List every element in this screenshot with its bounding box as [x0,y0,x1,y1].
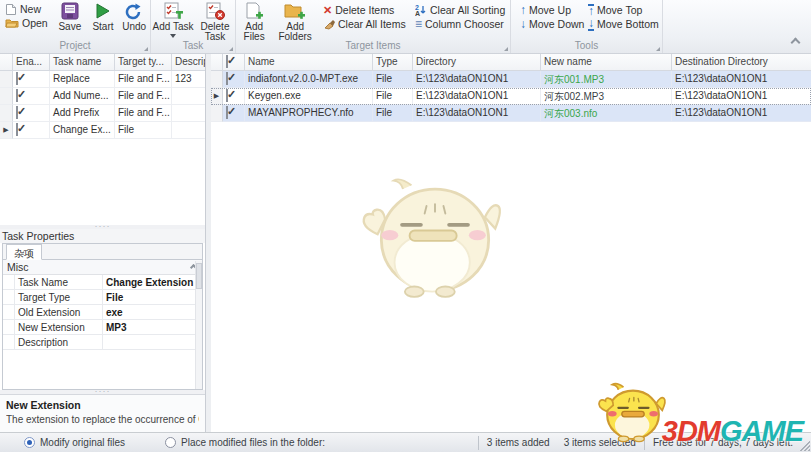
tab-misc[interactable]: 杂项 [6,244,42,260]
target-row-focused[interactable]: ▶ Keygen.exe File E:\123\dataON1ON1 河东00… [211,88,811,105]
property-row[interactable]: New Extension MP3 [3,320,202,335]
target-row[interactable]: MAYANPROPHECY.nfo File E:\123\dataON1ON1… [211,105,811,122]
help-title: New Extension [6,399,199,411]
radio-selected-icon[interactable] [24,437,35,448]
status-bar: Modify original files Place modified fil… [0,432,811,452]
items-selected-status: 3 items selected [564,437,636,448]
task-properties-panel: 杂项 Misc Task Name Change Extension Targe… [2,243,203,390]
header-indicator [0,54,13,71]
property-row[interactable]: Description [3,335,202,350]
dialog-launcher-icon[interactable] [144,47,148,51]
task-enabled-checkbox[interactable] [16,106,18,119]
clear-all-items-label: Clear All Items [338,18,406,30]
delete-task-icon [205,2,225,20]
header-enabled[interactable]: Ena... [13,54,50,71]
modify-original-radio[interactable]: Modify original files [24,437,125,448]
property-row[interactable]: Task Name Change Extension [3,275,202,290]
dialog-launcher-icon[interactable] [656,47,660,51]
item-checkbox[interactable] [226,106,228,119]
clear-all-items-button[interactable]: Clear All Items [320,17,408,31]
delete-items-button[interactable]: ✕ Delete Items [320,3,408,17]
task-group-label: Task [151,40,235,52]
start-button[interactable]: Start [88,1,119,45]
place-modified-radio[interactable]: Place modified files in the folder: [165,437,325,448]
column-chooser-button[interactable]: ≡ Column Chooser [412,17,508,31]
move-top-icon: ↑ [588,4,594,17]
save-button[interactable]: Save [52,1,88,45]
new-name-cell: 河东001.MP3 [541,71,672,88]
header-new-name[interactable]: New name [541,54,672,71]
move-down-button[interactable]: ↓ Move Down [517,17,581,31]
open-button[interactable]: Open [2,16,50,30]
task-row[interactable]: Replace File and F... 123 [0,71,205,88]
move-bottom-icon: ↓ [588,18,594,31]
select-all-checkbox[interactable] [226,55,228,68]
move-up-button[interactable]: ↑ Move Up [517,3,581,17]
header-indicator [211,54,223,71]
dialog-launcher-icon[interactable] [229,47,233,51]
property-row[interactable]: Old Extension exe [3,305,202,320]
property-row[interactable]: Target Type File [3,290,202,305]
ribbon-group-project: New Open Save Start [0,0,151,53]
radio-unselected-icon[interactable] [165,437,176,448]
property-help-box: New Extension The extension to replace t… [0,394,205,432]
target-items-group-label: Target Items [236,40,510,52]
undo-label: Undo [122,22,146,32]
add-folders-button[interactable]: Add Folders [272,1,318,45]
header-type[interactable]: Type [373,54,413,71]
delete-task-button[interactable]: Delete Task [195,1,235,45]
dropdown-arrow-icon [170,34,176,38]
move-down-label: Move Down [529,18,584,30]
new-button[interactable]: New [2,2,50,16]
undo-icon [125,2,143,20]
resize-grip[interactable] [800,441,810,451]
trial-status: Free use for 7 days, 7 days left. [653,437,793,448]
task-enabled-checkbox[interactable] [16,72,18,85]
header-name[interactable]: Name [245,54,373,71]
task-enabled-checkbox[interactable] [16,123,18,136]
task-row[interactable]: Add Prefix File and F... [0,105,205,122]
move-top-label: Move Top [597,4,642,16]
start-play-icon [94,2,111,20]
item-checkbox[interactable] [226,89,228,102]
move-top-button[interactable]: ↑ Move Top [585,3,661,17]
ribbon-group-task: Add Task Delete Task Task [151,0,236,53]
collapse-ribbon-button[interactable] [789,37,801,47]
properties-scrollbar[interactable] [195,261,202,389]
add-files-button[interactable]: Add Files [236,1,272,45]
target-grid-header: Name Type Directory New name Destination… [211,54,811,71]
new-name-cell: 河东003.nfo [541,105,672,122]
ribbon-group-target-items: Add Files Add Folders ✕ Delete Items Cle… [236,0,511,53]
dialog-launcher-icon[interactable] [504,47,508,51]
new-name-cell: 河东002.MP3 [541,88,672,105]
save-icon [61,2,79,20]
status-separator [478,436,479,450]
move-bottom-button[interactable]: ↓ Move Bottom [585,17,661,31]
header-directory[interactable]: Directory [413,54,541,71]
clear-all-sorting-button[interactable]: 2A Clear All Sorting [412,3,508,17]
clear-all-items-brush-icon [323,18,335,30]
header-destination-directory[interactable]: Destination Directory [672,54,811,71]
task-enabled-checkbox[interactable] [16,89,18,102]
header-description[interactable]: Description [172,54,205,71]
ribbon: New Open Save Start [0,0,811,54]
collapse-ribbon-icon [790,37,800,47]
misc-section-header[interactable]: Misc [3,260,202,275]
clear-all-sorting-label: Clear All Sorting [430,4,505,16]
item-checkbox[interactable] [226,72,228,85]
task-row-current[interactable]: ▶ Change Ex... File [0,122,205,139]
header-target-type[interactable]: Target ty... [115,54,172,71]
add-folders-label: Add Folders [272,22,318,42]
column-chooser-label: Column Chooser [425,18,504,30]
target-row[interactable]: indiafont.v2.0.0-MPT.exe File E:\123\dat… [211,71,811,88]
open-folder-icon [5,17,19,29]
scrollbar-thumb[interactable] [196,263,202,289]
undo-button[interactable]: Undo [118,1,150,45]
task-properties-tabs: 杂项 [3,244,202,260]
task-row[interactable]: Add Nume... File and F... [0,88,205,105]
add-task-button[interactable]: Add Task [151,1,195,45]
save-label: Save [58,22,81,32]
header-task-name[interactable]: Task name [50,54,115,71]
start-label: Start [92,22,113,32]
header-select-all[interactable] [223,54,245,71]
